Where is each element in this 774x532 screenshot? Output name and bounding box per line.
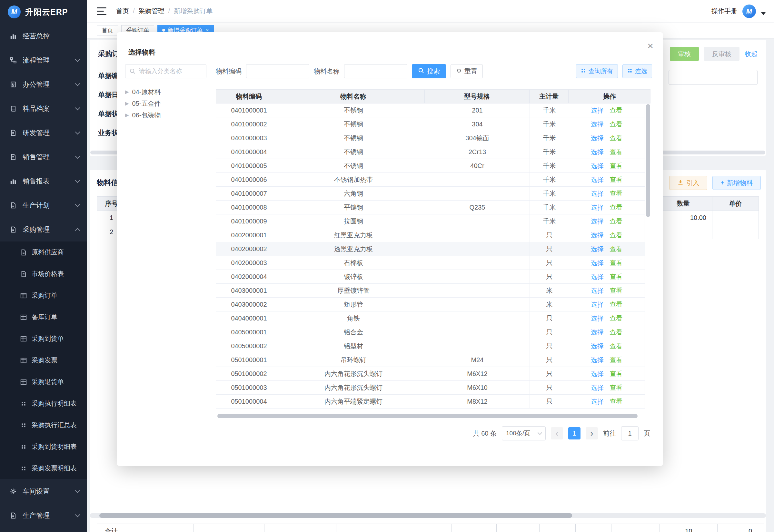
view-link[interactable]: 查看	[610, 217, 622, 226]
sidebar-subitem-7[interactable]: 采购执行明细表	[0, 393, 87, 414]
sidebar-subitem-6[interactable]: 采购退货单	[0, 371, 87, 393]
view-link[interactable]: 查看	[610, 286, 622, 295]
sidebar-item-0[interactable]: 经营总控	[0, 24, 87, 48]
sidebar-subitem-10[interactable]: 采购发票明细表	[0, 458, 87, 479]
unaudit-button[interactable]: 反审核	[704, 47, 739, 61]
sidebar-item-2[interactable]: 办公管理	[0, 72, 87, 96]
view-link[interactable]: 查看	[610, 300, 622, 309]
select-link[interactable]: 选择	[591, 231, 604, 240]
bottom-scrollbar-thumb[interactable]	[99, 513, 572, 518]
material-option-row-9[interactable]: 0402000001红黑亚克力板只选择查看	[216, 228, 645, 242]
material-option-row-19[interactable]: 0501000002内六角花形沉头螺钉M6X12只选择查看	[216, 367, 645, 381]
view-link[interactable]: 查看	[610, 369, 622, 378]
breadcrumb-item-1[interactable]: 采购管理	[139, 7, 164, 15]
sidebar-item-10[interactable]: 生产管理	[0, 503, 87, 527]
view-link[interactable]: 查看	[610, 397, 622, 406]
sidebar-item-6[interactable]: 销售报表	[0, 169, 87, 193]
material-option-row-17[interactable]: 0405000002铝型材只选择查看	[216, 339, 645, 353]
breadcrumb-item-0[interactable]: 首页	[116, 7, 129, 15]
material-option-row-4[interactable]: 0401000005不锈钢40Cr千米选择查看	[216, 159, 645, 173]
sidebar-subitem-4[interactable]: 采购到货单	[0, 328, 87, 350]
material-option-row-11[interactable]: 0402000003石棉板只选择查看	[216, 256, 645, 270]
view-link[interactable]: 查看	[610, 259, 622, 267]
avatar[interactable]: M	[742, 5, 756, 18]
category-search-input[interactable]	[125, 64, 206, 78]
view-link[interactable]: 查看	[610, 106, 622, 115]
vertical-scrollbar-track[interactable]	[645, 103, 650, 409]
sidebar-subitem-2[interactable]: 采购订单	[0, 285, 87, 306]
sidebar-item-4[interactable]: 研发管理	[0, 121, 87, 145]
view-link[interactable]: 查看	[610, 175, 622, 184]
menu-fold-icon[interactable]	[97, 7, 106, 15]
tree-node-0[interactable]: ▶04-原材料	[125, 86, 206, 98]
vertical-scrollbar-thumb[interactable]	[646, 104, 650, 217]
sidebar-subitem-0[interactable]: 原料供应商	[0, 241, 87, 263]
collapse-link[interactable]: 收起	[745, 50, 758, 58]
select-link[interactable]: 选择	[591, 203, 604, 212]
select-link[interactable]: 选择	[591, 189, 604, 198]
material-option-row-15[interactable]: 0404000001角铁只选择查看	[216, 311, 645, 325]
material-option-row-14[interactable]: 0403000002矩形管米选择查看	[216, 298, 645, 311]
select-link[interactable]: 选择	[591, 314, 604, 323]
select-link[interactable]: 选择	[591, 106, 604, 115]
material-option-row-8[interactable]: 0401000009拉圆钢千米选择查看	[216, 214, 645, 228]
import-button[interactable]: 引入	[669, 176, 707, 190]
goto-page-input[interactable]	[621, 426, 639, 440]
sidebar-item-1[interactable]: 流程管理	[0, 48, 87, 72]
material-option-row-6[interactable]: 0401000007六角钢千米选择查看	[216, 187, 645, 201]
caret-right-icon[interactable]: ▶	[125, 112, 129, 118]
reset-button[interactable]: 重置	[451, 64, 483, 78]
material-option-row-2[interactable]: 0401000003不锈钢304镜面千米选择查看	[216, 131, 645, 145]
caret-right-icon[interactable]: ▶	[125, 101, 129, 106]
sidebar-item-9[interactable]: 车间设置	[0, 479, 87, 503]
material-option-row-20[interactable]: 0501000003内六角花形沉头螺钉M6X10只选择查看	[216, 381, 645, 395]
manual-link[interactable]: 操作手册	[711, 7, 737, 15]
material-name-input[interactable]	[344, 64, 407, 78]
sidebar-subitem-9[interactable]: 采购到货明细表	[0, 436, 87, 458]
sidebar-item-3[interactable]: 料品档案	[0, 96, 87, 121]
select-link[interactable]: 选择	[591, 134, 604, 143]
table-hscrollbar-track[interactable]	[216, 414, 650, 418]
select-link[interactable]: 选择	[591, 217, 604, 226]
sidebar-subitem-8[interactable]: 采购执行汇总表	[0, 414, 87, 436]
sidebar-subitem-3[interactable]: 备库订单	[0, 306, 87, 328]
sidebar-item-8[interactable]: 采购管理	[0, 217, 87, 241]
select-link[interactable]: 选择	[591, 356, 604, 364]
view-link[interactable]: 查看	[610, 120, 622, 129]
material-option-row-18[interactable]: 0501000001吊环螺钉M24只选择查看	[216, 353, 645, 367]
query-all-button[interactable]: 查询所有	[576, 64, 618, 78]
tree-node-2[interactable]: ▶06-包装物	[125, 109, 206, 121]
brand-logo[interactable]: M 升阳云ERP	[0, 0, 87, 24]
chevron-down-icon[interactable]	[761, 12, 766, 15]
tree-node-1[interactable]: ▶05-五金件	[125, 98, 206, 109]
close-icon[interactable]: ×	[647, 41, 653, 51]
material-option-row-5[interactable]: 0401000006不锈钢加热带千米选择查看	[216, 173, 645, 187]
select-link[interactable]: 选择	[591, 328, 604, 337]
select-link[interactable]: 选择	[591, 272, 604, 281]
select-link[interactable]: 选择	[591, 120, 604, 129]
audit-button[interactable]: 审核	[670, 47, 699, 61]
view-link[interactable]: 查看	[610, 148, 622, 156]
material-option-row-0[interactable]: 0401000001不锈钢201千米选择查看	[216, 103, 645, 117]
view-link[interactable]: 查看	[610, 342, 622, 350]
sidebar-item-5[interactable]: 销售管理	[0, 145, 87, 169]
select-link[interactable]: 选择	[591, 245, 604, 253]
select-link[interactable]: 选择	[591, 259, 604, 267]
view-link[interactable]: 查看	[610, 383, 622, 392]
material-option-row-7[interactable]: 0401000008平键钢Q235千米选择查看	[216, 201, 645, 214]
select-link[interactable]: 选择	[591, 342, 604, 350]
add-material-button[interactable]: + 新增物料	[712, 176, 761, 190]
material-option-row-21[interactable]: 0501000004内六角平端紧定螺钉M8X12只选择查看	[216, 395, 645, 409]
view-link[interactable]: 查看	[610, 203, 622, 212]
search-button[interactable]: 搜索	[412, 64, 446, 78]
sidebar-subitem-1[interactable]: 市场价格表	[0, 263, 87, 285]
select-link[interactable]: 选择	[591, 286, 604, 295]
material-code-input[interactable]	[246, 64, 309, 78]
select-link[interactable]: 选择	[591, 148, 604, 156]
view-link[interactable]: 查看	[610, 162, 622, 170]
view-link[interactable]: 查看	[610, 134, 622, 143]
select-link[interactable]: 选择	[591, 162, 604, 170]
table-hscrollbar-thumb[interactable]	[217, 414, 638, 418]
view-link[interactable]: 查看	[610, 245, 622, 253]
view-link[interactable]: 查看	[610, 189, 622, 198]
